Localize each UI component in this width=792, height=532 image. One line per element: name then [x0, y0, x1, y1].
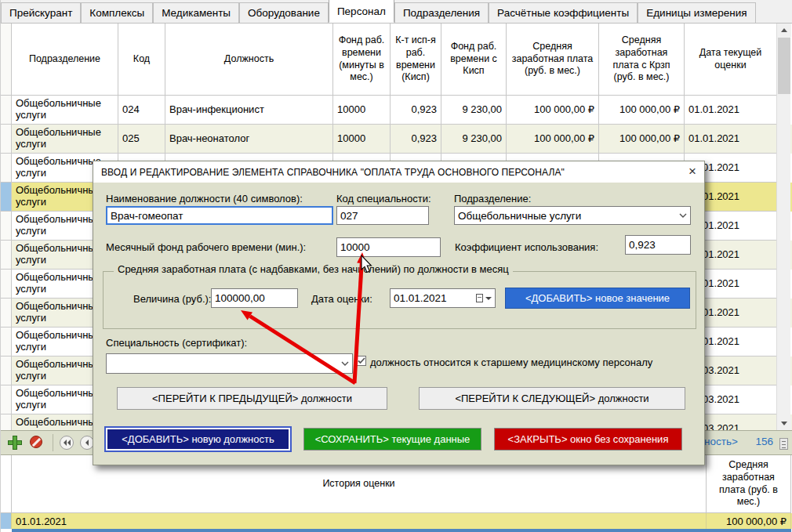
close-button[interactable]: <ЗАКРЫТЬ> окно без сохранения: [494, 428, 682, 451]
position-name-label: Наименование должности (40 символов):: [106, 193, 303, 204]
position-name-input[interactable]: Врач-гомеопат: [106, 206, 333, 225]
add-record-icon[interactable]: [7, 435, 23, 451]
table-row[interactable]: Общебольничные услуги 025 Врач-неонатоло…: [1, 125, 792, 154]
cell-salary: 100 000,00 ₽: [507, 96, 599, 125]
scroll-widget-icon[interactable]: [779, 438, 788, 450]
dialog-titlebar[interactable]: ВВОД И РЕДАКТИРОВАНИЕ ЭЛЕМЕНТА СПРАВОЧНИ…: [93, 161, 704, 183]
tab-podrazdeleniya[interactable]: Подразделения: [394, 2, 489, 23]
salary-group-label: Средняя заработная плата (с надбавками, …: [114, 263, 513, 275]
dialog-title: ВВОД И РЕДАКТИРОВАНИЕ ЭЛЕМЕНТА СПРАВОЧНИ…: [101, 167, 565, 178]
cell-position: Врач-инфекционист: [165, 96, 333, 125]
cell-date: 01.01.2021: [685, 96, 777, 125]
tab-personal[interactable]: Персонал: [329, 0, 394, 23]
specialty-code-input[interactable]: 027: [336, 206, 429, 225]
column-header-date: Дата текущей оценки: [685, 24, 777, 96]
cell-code: 025: [118, 125, 165, 154]
cell-unit: Общебольничные услуги: [12, 125, 118, 154]
row-selection-marker: [1, 513, 12, 529]
save-button[interactable]: <СОХРАНИТЬ> текущие данные: [303, 428, 481, 451]
column-header-fund-kisp: Фонд раб. времени с Кисп: [441, 24, 507, 96]
history-table: История оценки Средняя заработная плата …: [1, 455, 792, 532]
cell-coef: 0,923: [391, 96, 441, 125]
assessment-date-input[interactable]: 01.01.2021: [390, 288, 496, 308]
add-position-button[interactable]: <ДОБАВИТЬ> новую должность: [106, 428, 290, 451]
history-row-selected[interactable]: 01.01.2021 100 000,00 ₽: [1, 513, 792, 529]
cell-unit: Общебольничные услуги: [12, 96, 118, 125]
dialog-close-icon[interactable]: ×: [688, 163, 696, 180]
cell-position: Врач-неонатолог: [165, 125, 333, 154]
department-label: Подразделение:: [454, 193, 531, 204]
tab-raschetnye-koeffitsienty[interactable]: Расчётные коэффициенты: [489, 2, 638, 23]
column-header-salary-krzp: Средняя заработная плата с Крзп (руб. в …: [599, 24, 685, 96]
status-fragment: ность>: [704, 436, 738, 447]
chevron-down-icon: [341, 361, 349, 366]
monthly-fund-input[interactable]: 10000: [336, 237, 441, 257]
cell-code: 024: [118, 96, 165, 125]
cell-date: 01.01.2021: [685, 125, 777, 154]
tab-prejskurant[interactable]: Прейскурант: [1, 2, 81, 23]
record-count: 156: [755, 436, 773, 447]
cell-coef: 0,923: [391, 125, 441, 154]
amount-input[interactable]: 100000,00: [211, 288, 298, 308]
column-header-unit: Подразделение: [12, 24, 118, 96]
utilization-coef-label: Коэффициент использования:: [455, 241, 598, 253]
senior-staff-checkbox[interactable]: [356, 356, 366, 366]
toolbar-separator: [53, 434, 53, 451]
utilization-coef-input[interactable]: 0,923: [625, 235, 691, 255]
check-icon: [358, 357, 365, 364]
history-cell-date: 01.01.2021: [12, 513, 707, 529]
tab-kompleksy[interactable]: Комплексы: [81, 2, 153, 23]
cell-fund: 10000: [333, 96, 391, 125]
assessment-date-value: 01.01.2021: [394, 292, 447, 304]
edit-staff-dialog: ВВОД И РЕДАКТИРОВАНИЕ ЭЛЕМЕНТА СПРАВОЧНИ…: [93, 161, 705, 465]
next-position-button[interactable]: <ПЕРЕЙТИ К СЛЕДУЮЩЕЙ> должности: [419, 387, 685, 410]
cancel-icon[interactable]: [29, 435, 45, 451]
department-select[interactable]: Общебольничные услуги: [454, 206, 691, 225]
table-row[interactable]: Общебольничные услуги 024 Врач-инфекцион…: [1, 96, 792, 125]
calendar-dropdown-icon: [476, 294, 492, 302]
history-salary-header: Средняя заработная плата (руб. в мес.): [707, 455, 791, 513]
scroll-down-icon[interactable]: [777, 417, 791, 430]
history-cell-salary: 100 000,00 ₽: [707, 513, 791, 529]
record-count-status: ность> 156: [704, 436, 773, 447]
tab-medikamenty[interactable]: Медикаменты: [153, 2, 239, 23]
column-header-position: Должность: [165, 24, 333, 96]
assessment-date-label: Дата оценки:: [311, 293, 372, 305]
add-value-button[interactable]: <ДОБАВИТЬ> новое значение: [505, 288, 690, 309]
scroll-up-icon[interactable]: [777, 24, 791, 37]
prev-position-button[interactable]: <ПЕРЕЙТИ К ПРЕДЫДУЩЕЙ> должности: [117, 387, 387, 410]
tab-edinitsy-izmereniya[interactable]: Единицы измерения: [638, 2, 755, 23]
tab-bar: Прейскурант Комплексы Медикаменты Оборуд…: [1, 0, 792, 24]
table-header-row: Подразделение Код Должность Фонд раб. вр…: [1, 24, 792, 96]
column-header-code: Код: [118, 24, 165, 96]
amount-label: Величина (руб.):: [133, 293, 211, 305]
app-window: Прейскурант Комплексы Медикаменты Оборуд…: [0, 0, 792, 532]
column-header-fund: Фонд раб. времени (минуты в мес.): [333, 24, 391, 96]
cell-fund-kisp: 9 230,00: [441, 96, 507, 125]
specialty-select[interactable]: [106, 353, 353, 374]
cell-salary-krzp: 100 000,00 ₽: [599, 96, 685, 125]
monthly-fund-label: Месячный фонд рабочего времени (мин.):: [106, 241, 306, 253]
column-header-salary: Средняя заработная плата (руб. в мес.): [507, 24, 599, 96]
chevron-down-icon: [679, 213, 687, 218]
column-header-coef: К-т исп-я раб. времени (Кисп): [391, 24, 441, 96]
cell-fund-kisp: 9 230,00: [441, 125, 507, 154]
scrollbar-thumb[interactable]: [778, 38, 790, 94]
senior-staff-checkbox-label: должность относится к старшему медицинск…: [370, 356, 652, 368]
cell-fund: 10000: [333, 125, 391, 154]
specialty-label: Специальность (сертификат):: [106, 337, 247, 349]
cell-salary: 100 000,00 ₽: [507, 125, 599, 154]
department-select-value: Общебольничные услуги: [458, 210, 581, 222]
first-record-icon[interactable]: [60, 436, 74, 450]
tab-oborudovanie[interactable]: Оборудование: [239, 2, 329, 23]
cell-salary-krzp: 100 000,00 ₽: [599, 125, 685, 154]
vertical-scrollbar[interactable]: [776, 24, 790, 430]
next-history-row-partial: [12, 529, 791, 532]
specialty-code-label: Код специальности:: [336, 193, 431, 204]
